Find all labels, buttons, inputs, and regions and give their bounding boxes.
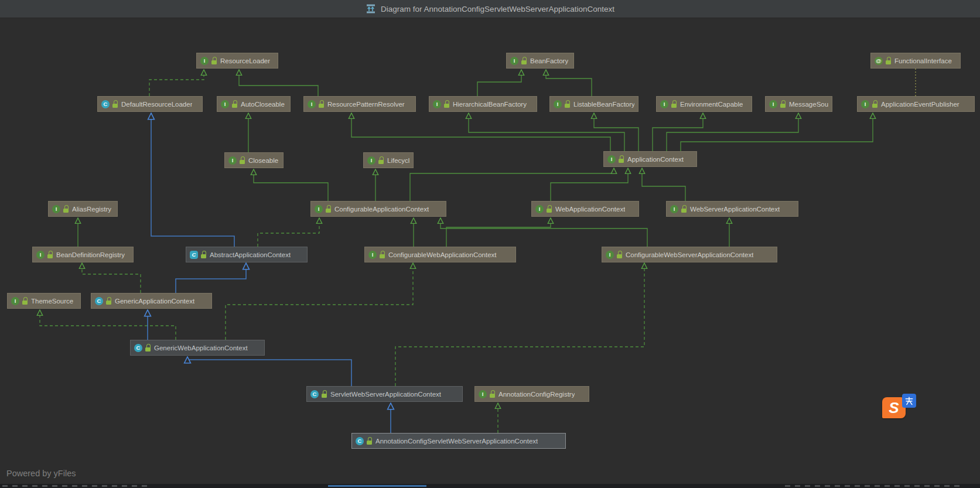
interface-icon: I (433, 100, 441, 108)
window-titlebar: Diagram for AnnotationConfigServletWebSe… (0, 0, 980, 18)
public-lock-icon (886, 57, 892, 64)
node-themesource[interactable]: IThemeSource (7, 293, 81, 309)
interface-icon: I (670, 205, 678, 213)
node-genericapplicationcontext[interactable]: CGenericApplicationContext (91, 293, 212, 309)
interface-icon: I (479, 390, 487, 398)
class-name-label: ServletWebServerApplicationContext (330, 391, 441, 398)
public-lock-icon (521, 57, 527, 64)
interface-icon: I (606, 251, 614, 259)
interface-icon: I (660, 100, 668, 108)
public-lock-icon (319, 100, 325, 108)
public-lock-icon (617, 251, 623, 258)
node-servletwebserverapplicationcontext[interactable]: CServletWebServerApplicationContext (306, 386, 463, 402)
edge-configurablewebserverapplicationcontext-to-configurableapplicationcontext (441, 218, 647, 247)
input-method-en-icon (902, 394, 916, 408)
public-lock-icon (22, 297, 28, 305)
edge-genericwebapplicationcontext-to-configurablewebapplicationcontext (226, 263, 413, 340)
interface-icon: I (228, 156, 237, 165)
edge-configurableapplicationcontext-to-applicationcontext (410, 168, 614, 201)
interface-icon: I (607, 155, 616, 163)
public-lock-icon (872, 100, 878, 108)
node-applicationcontext[interactable]: IApplicationContext (603, 151, 697, 167)
node-environmentcapable[interactable]: IEnvironmentCapable (656, 96, 752, 112)
interface-icon: I (308, 100, 316, 108)
node-aliasregistry[interactable]: IAliasRegistry (48, 201, 118, 217)
node-hierarchicalbeanfactory[interactable]: IHierarchicalBeanFactory (429, 96, 537, 112)
interface-icon: I (368, 251, 377, 259)
public-lock-icon (780, 100, 786, 108)
edge-abstractapplicationcontext-to-defaultresourceloader (151, 113, 234, 247)
abstract-class-icon: C (190, 251, 198, 259)
public-lock-icon (106, 297, 112, 305)
class-name-label: ResourcePatternResolver (327, 101, 405, 108)
bottom-scrollbar[interactable] (0, 484, 980, 488)
node-resourcepatternresolver[interactable]: IResourcePatternResolver (303, 96, 416, 112)
node-webapplicationcontext[interactable]: IWebApplicationContext (531, 201, 639, 217)
public-lock-icon (671, 100, 677, 108)
node-autocloseable[interactable]: IAutoCloseable (217, 96, 291, 112)
class-name-label: ApplicationEventPublisher (881, 101, 959, 108)
public-lock-icon (63, 205, 69, 213)
edge-abstractapplicationcontext-to-configurableapplicationcontext (258, 218, 319, 247)
interface-icon: I (52, 205, 60, 213)
window-title: Diagram for AnnotationConfigServletWebSe… (381, 5, 614, 13)
node-closeable[interactable]: ICloseable (224, 152, 284, 168)
class-name-label: ConfigurableApplicationContext (334, 206, 429, 213)
class-name-label: BeanFactory (530, 57, 568, 64)
scrollbar-ticks-left (2, 485, 149, 487)
diagram-canvas[interactable]: IResourceLoaderIBeanFactory@FunctionalIn… (0, 0, 980, 488)
node-configurableapplicationcontext[interactable]: IConfigurableApplicationContext (310, 201, 446, 217)
node-configurablewebserverapplicationcontext[interactable]: IConfigurableWebServerApplicationContext (602, 247, 777, 262)
class-name-label: ResourceLoader (220, 57, 270, 64)
node-listablebeanfactory[interactable]: IListableBeanFactory (549, 96, 638, 112)
node-defaultresourceloader[interactable]: CDefaultResourceLoader (97, 96, 203, 112)
class-name-label: HierarchicalBeanFactory (453, 101, 527, 108)
public-lock-icon (232, 100, 238, 108)
edge-hierarchicalbeanfactory-to-beanfactory (477, 70, 521, 96)
class-name-label: Lifecycle (387, 157, 409, 164)
class-name-label: ListableBeanFactory (573, 101, 634, 108)
node-functionalinterface[interactable]: @FunctionalInterface (870, 53, 961, 69)
class-name-label: ConfigurableWebServerApplicationContext (626, 251, 753, 258)
node-webserverapplicationcontext[interactable]: IWebServerApplicationContext (666, 201, 798, 217)
public-lock-icon (444, 100, 450, 108)
edge-genericapplicationcontext-to-beandefinitionregistry (82, 263, 141, 293)
scrollbar-ticks-right (785, 485, 961, 487)
interface-icon: I (315, 205, 323, 213)
node-abstractapplicationcontext[interactable]: CAbstractApplicationContext (186, 247, 308, 262)
class-name-label: FunctionalInterface (894, 57, 952, 64)
class-name-label: ConfigurableWebApplicationContext (388, 251, 497, 258)
class-icon: C (95, 297, 103, 305)
node-genericwebapplicationcontext[interactable]: CGenericWebApplicationContext (130, 340, 265, 356)
interface-icon: I (221, 100, 229, 108)
node-annotationconfigregistry[interactable]: IAnnotationConfigRegistry (474, 386, 589, 402)
edge-applicationcontext-to-messagesource (667, 113, 798, 151)
node-applicationeventpublisher[interactable]: IApplicationEventPublisher (857, 96, 975, 112)
node-messagesource[interactable]: IMessageSource (765, 96, 832, 112)
class-name-label: AnnotationConfigRegistry (498, 391, 575, 398)
class-name-label: BeanDefinitionRegistry (56, 251, 125, 258)
class-name-label: WebServerApplicationContext (690, 206, 780, 213)
edges-layer (0, 0, 980, 488)
node-resourceloader[interactable]: IResourceLoader (196, 53, 278, 69)
class-name-label: EnvironmentCapable (680, 101, 743, 108)
class-name-label: ApplicationContext (627, 156, 684, 163)
edge-defaultresourceloader-to-resourceloader (149, 70, 204, 96)
scrollbar-thumb[interactable] (328, 485, 426, 487)
node-annotationconfigservletwebserverapplicationcontext[interactable]: CAnnotationConfigServletWebServerApplica… (351, 433, 566, 449)
interface-icon: I (367, 156, 375, 165)
node-lifecycle[interactable]: ILifecycle (363, 152, 414, 168)
cjk-ying-glyph (904, 395, 914, 406)
class-name-label: DefaultResourceLoader (121, 101, 192, 108)
class-name-label: AutoCloseable (241, 101, 285, 108)
class-name-label: WebApplicationContext (555, 206, 625, 213)
interface-icon: I (200, 57, 209, 65)
edge-configurableapplicationcontext-to-closeable (254, 169, 328, 201)
public-lock-icon (112, 100, 118, 108)
public-lock-icon (326, 205, 332, 213)
public-lock-icon (380, 251, 385, 258)
public-lock-icon (211, 57, 217, 64)
node-configurablewebapplicationcontext[interactable]: IConfigurableWebApplicationContext (364, 247, 516, 262)
node-beandefinitionregistry[interactable]: IBeanDefinitionRegistry (32, 247, 134, 262)
node-beanfactory[interactable]: IBeanFactory (506, 53, 574, 69)
